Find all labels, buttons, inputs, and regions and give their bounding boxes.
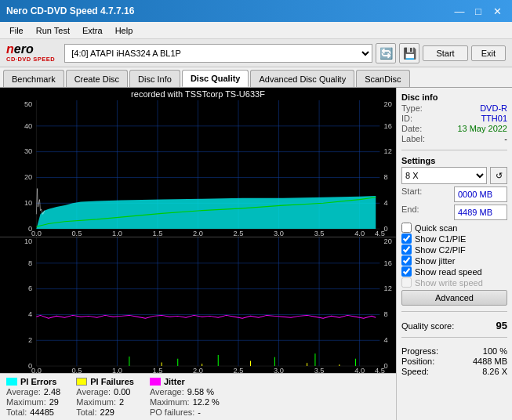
show-c2pif-checkbox[interactable]: [401, 244, 412, 255]
jitter-label: Jitter: [164, 377, 185, 386]
show-jitter-label[interactable]: Show jitter: [415, 256, 455, 266]
pi-errors-max-value: 29: [49, 397, 59, 407]
svg-text:30: 30: [24, 148, 32, 156]
pi-errors-total-label: Total:: [6, 407, 27, 417]
svg-text:4: 4: [384, 199, 388, 207]
speed-refresh-button[interactable]: ↺: [490, 167, 507, 184]
menu-item-help[interactable]: Help: [109, 24, 140, 37]
logo-nero: nero: [6, 43, 55, 56]
start-button[interactable]: Start: [423, 45, 467, 61]
svg-text:3.0: 3.0: [274, 230, 284, 237]
tab-disc-info[interactable]: Disc Info: [129, 70, 180, 87]
pi-errors-max-label: Maximum:: [6, 397, 46, 407]
tab-disc-quality[interactable]: Disc Quality: [182, 70, 249, 87]
minimize-button[interactable]: —: [451, 4, 468, 18]
pi-failures-avg-value: 0.00: [114, 387, 130, 396]
pi-errors-avg-label: Average:: [6, 387, 41, 396]
menu-item-file[interactable]: File: [3, 24, 30, 37]
pi-errors-color: [6, 378, 17, 386]
title-bar-controls: — □ ✕: [451, 4, 506, 18]
quick-scan-checkbox[interactable]: [401, 223, 412, 233]
svg-text:2.0: 2.0: [193, 367, 203, 373]
disc-id-value: TTH01: [481, 114, 507, 123]
advanced-button[interactable]: Advanced: [401, 290, 507, 306]
jitter-color: [150, 378, 161, 386]
show-c1pie-checkbox[interactable]: [401, 234, 412, 244]
svg-text:6: 6: [28, 284, 32, 292]
chart-area: recorded with TSSTcorp TS-U633F: [0, 88, 396, 420]
svg-text:16: 16: [384, 259, 392, 267]
tab-scandisc[interactable]: ScanDisc: [356, 70, 409, 87]
svg-text:4.0: 4.0: [354, 367, 365, 373]
quality-score-value: 95: [496, 320, 507, 331]
show-read-speed-label[interactable]: Show read speed: [415, 267, 482, 277]
show-read-speed-checkbox[interactable]: [401, 266, 412, 277]
quick-scan-label[interactable]: Quick scan: [415, 223, 457, 233]
progress-section: Progress: 100 % Position: 4488 MB Speed:…: [401, 346, 507, 377]
jitter-avg-label: Average:: [150, 387, 184, 396]
show-c2pif-label[interactable]: Show C2/PIF: [415, 245, 466, 255]
svg-text:8: 8: [384, 174, 388, 182]
start-input[interactable]: [454, 186, 507, 202]
svg-text:2: 2: [28, 336, 32, 344]
progress-label: Progress:: [401, 346, 438, 356]
maximize-button[interactable]: □: [470, 4, 487, 18]
svg-text:4: 4: [384, 336, 388, 344]
disc-type-value: DVD-R: [480, 103, 507, 113]
svg-text:3.5: 3.5: [314, 367, 325, 373]
svg-text:12: 12: [384, 148, 392, 156]
jitter-po-label: PO failures:: [150, 407, 194, 417]
disc-type-label: Type:: [401, 103, 423, 113]
svg-text:20: 20: [384, 237, 392, 244]
menu-bar: File Run Test Extra Help: [0, 22, 512, 39]
svg-text:10: 10: [24, 237, 32, 244]
speed-select[interactable]: 8 X: [401, 167, 487, 184]
jitter-avg-value: 9.58 %: [187, 387, 214, 396]
menu-item-run-test[interactable]: Run Test: [30, 24, 76, 37]
close-button[interactable]: ✕: [488, 4, 506, 18]
tab-create-disc[interactable]: Create Disc: [66, 70, 128, 87]
svg-text:40: 40: [24, 122, 32, 130]
logo-area: nero CD·DVD SPEED: [6, 43, 55, 63]
show-jitter-checkbox[interactable]: [401, 255, 412, 266]
pi-failures-max-label: Maximum:: [76, 397, 116, 407]
tab-bar: Benchmark Create Disc Disc Info Disc Qua…: [0, 67, 512, 88]
jitter-max-label: Maximum:: [150, 397, 190, 407]
svg-text:1.0: 1.0: [112, 367, 122, 373]
pi-failures-total-value: 229: [100, 407, 114, 417]
chart-subtitle: recorded with TSSTcorp TS-U633F: [0, 88, 396, 100]
progress-value: 100 %: [483, 346, 507, 356]
svg-text:16: 16: [384, 122, 392, 130]
right-panel: Disc info Type: DVD-R ID: TTH01 Date: 13…: [396, 88, 512, 420]
jitter-max-value: 12.2 %: [193, 397, 220, 407]
svg-text:20: 20: [24, 174, 32, 182]
end-input[interactable]: [454, 205, 507, 220]
disc-label-value: -: [504, 134, 507, 143]
pi-errors-legend: PI Errors: [6, 377, 60, 386]
main-content: recorded with TSSTcorp TS-U633F: [0, 88, 512, 420]
svg-text:0.5: 0.5: [71, 367, 82, 373]
exit-button[interactable]: Exit: [471, 45, 506, 61]
drive-select[interactable]: [4:0] ATAPI iHAS324 A BL1P: [64, 44, 372, 63]
show-c1pie-label[interactable]: Show C1/PIE: [415, 234, 466, 244]
title-bar: Nero CD-DVD Speed 4.7.7.16 — □ ✕: [0, 0, 512, 22]
settings-title: Settings: [401, 156, 507, 165]
svg-text:4: 4: [28, 310, 32, 318]
svg-text:8: 8: [384, 310, 388, 318]
tab-advanced-disc-quality[interactable]: Advanced Disc Quality: [250, 70, 354, 87]
show-write-speed-checkbox: [401, 277, 412, 288]
menu-item-extra[interactable]: Extra: [76, 24, 109, 37]
tab-benchmark[interactable]: Benchmark: [3, 70, 64, 87]
save-button[interactable]: 💾: [399, 43, 419, 63]
svg-text:8: 8: [28, 259, 32, 267]
end-label: End:: [401, 205, 419, 220]
svg-text:0.5: 0.5: [71, 230, 82, 237]
svg-text:1.5: 1.5: [153, 367, 163, 373]
pi-errors-total-value: 44485: [30, 407, 54, 417]
disc-id-label: ID:: [401, 114, 412, 123]
pi-failures-total-label: Total:: [76, 407, 96, 417]
reload-drive-button[interactable]: 🔄: [376, 43, 396, 63]
svg-text:50: 50: [24, 100, 32, 107]
svg-text:3.0: 3.0: [274, 367, 284, 373]
pi-failures-group: PI Failures Average: 0.00 Maximum: 2 Tot…: [76, 377, 134, 417]
